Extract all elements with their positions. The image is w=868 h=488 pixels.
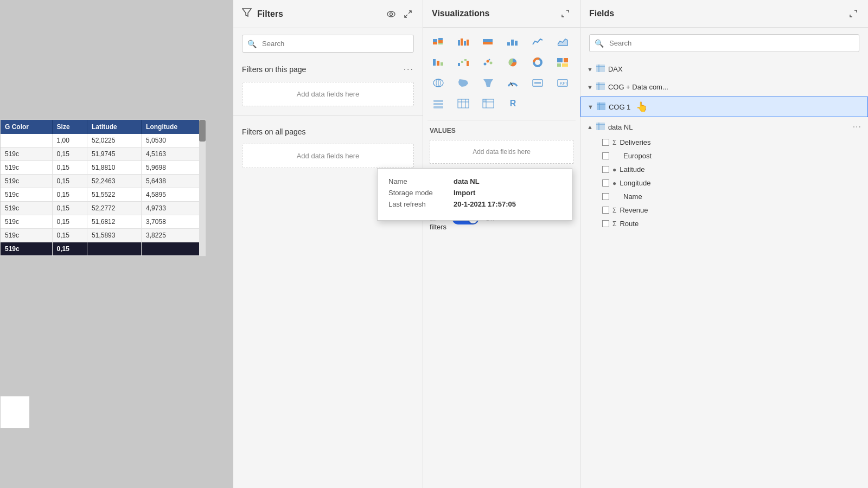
filters-this-page-section: Filters on this page ··· (233, 59, 423, 80)
viz-scatter[interactable] (477, 53, 499, 72)
filters-search-input[interactable] (242, 35, 414, 53)
table-icon (596, 65, 605, 74)
viz-line-chart[interactable] (527, 32, 548, 52)
viz-pie[interactable] (502, 53, 524, 72)
svg-rect-11 (461, 38, 463, 46)
filters-this-page-menu[interactable]: ··· (404, 65, 414, 74)
table-row: 519c 0,15 51,5893 3,8225 (1, 229, 206, 242)
field-group-more-icon[interactable]: ··· (853, 122, 861, 132)
sum-icon: Σ (612, 139, 616, 146)
field-item-name[interactable]: Name (598, 190, 868, 203)
svg-rect-36 (562, 63, 568, 67)
mini-preview (0, 396, 30, 428)
data-table: G Color Size Latitude Longitude 1,00 52,… (0, 119, 206, 256)
viz-filled-map[interactable] (452, 73, 474, 93)
viz-r-script[interactable]: R (502, 94, 524, 113)
fields-panel: Fields 🔍 ▼ DAX ▼ (580, 0, 868, 488)
viz-area-chart[interactable] (552, 32, 573, 52)
fields-expand-button[interactable] (847, 8, 859, 20)
viz-map[interactable] (427, 73, 449, 93)
filters-all-pages-dropzone[interactable]: Add data fields here (242, 144, 414, 168)
visualizations-panel: Visualizations (423, 0, 580, 488)
viz-waterfall[interactable] (452, 53, 474, 72)
filters-this-page-dropzone[interactable]: Add data fields here (242, 82, 414, 106)
svg-marker-40 (483, 79, 493, 87)
field-group-cog1-header[interactable]: ▼ COG 1 👆 (580, 97, 868, 117)
filters-this-page-label: Filters on this page (242, 65, 306, 74)
viz-expand-button[interactable] (559, 8, 571, 20)
field-group-cog-data-label: COG + Data com... (608, 83, 668, 91)
filters-eye-button[interactable] (385, 9, 398, 20)
fields-search-input[interactable] (589, 34, 859, 52)
field-group-dax-header[interactable]: ▼ DAX (580, 61, 868, 78)
table-scrollbar[interactable] (199, 120, 206, 256)
chevron-up-icon: ▲ (587, 124, 593, 130)
checkbox-longitude[interactable] (602, 179, 609, 187)
checkbox-deliveries[interactable] (602, 139, 609, 146)
viz-table[interactable] (452, 94, 474, 113)
field-group-cog-data: ▼ COG + Data com... (580, 79, 868, 95)
field-group-cog1: ▼ COG 1 👆 (580, 97, 868, 117)
viz-slicer[interactable] (427, 94, 449, 113)
col-header-lat: Latitude (87, 120, 142, 134)
field-group-datanl-header[interactable]: ▲ data NL ··· (580, 118, 868, 136)
field-item-latitude[interactable]: ● Latitude (598, 163, 868, 176)
col-header-color: G Color (1, 120, 52, 134)
tooltip-refresh-row: Last refresh 20-1-2021 17:57:05 (388, 200, 561, 208)
checkbox-name[interactable] (602, 193, 609, 200)
field-item-revenue[interactable]: Σ Revenue (598, 203, 868, 217)
fields-tree: ▼ DAX ▼ COG + Data com... ▼ (580, 59, 868, 488)
checkbox-europost[interactable] (602, 152, 609, 159)
viz-clustered-bar[interactable] (452, 32, 474, 52)
checkbox-route[interactable] (602, 220, 609, 227)
filters-all-pages-label: Filters on all pages (242, 127, 306, 136)
field-item-europost[interactable]: Europost (598, 149, 868, 163)
viz-ribbon[interactable] (427, 53, 449, 72)
checkbox-revenue[interactable] (602, 207, 609, 214)
field-deliveries-label: Deliveries (620, 138, 864, 146)
tooltip-name-val: data NL (454, 177, 480, 185)
values-dropzone[interactable]: Add data fields here (430, 140, 573, 164)
viz-card[interactable] (527, 73, 548, 93)
svg-rect-18 (515, 41, 518, 46)
scrollbar-thumb[interactable] (199, 120, 206, 142)
field-group-cog-data-header[interactable]: ▼ COG + Data com... (580, 79, 868, 95)
viz-donut[interactable] (527, 53, 548, 72)
svg-point-29 (488, 59, 490, 61)
viz-funnel[interactable] (477, 73, 499, 93)
values-label: Values (423, 123, 580, 137)
field-name-label: Name (623, 192, 864, 201)
table-row: 519c 0,15 51,6812 3,7058 (1, 215, 206, 229)
field-route-label: Route (620, 220, 864, 228)
table-row: 519c 0,15 52,2772 4,9733 (1, 202, 206, 215)
field-item-deliveries[interactable]: Σ Deliveries (598, 136, 868, 149)
fields-search-icon: 🔍 (595, 39, 604, 48)
svg-rect-12 (464, 41, 466, 46)
filters-expand-button[interactable] (402, 8, 414, 20)
field-group-cog1-label: COG 1 (609, 103, 630, 111)
svg-rect-33 (557, 58, 563, 62)
viz-gauge[interactable] (502, 73, 524, 93)
viz-matrix[interactable] (477, 94, 499, 113)
filters-search-box: 🔍 (242, 35, 414, 53)
table-tooltip: Name data NL Storage mode Import Last re… (377, 168, 572, 221)
viz-100-bar[interactable] (477, 32, 499, 52)
svg-rect-63 (597, 102, 605, 110)
viz-bar-chart[interactable] (502, 32, 524, 52)
svg-point-27 (486, 60, 489, 63)
checkbox-latitude[interactable] (602, 166, 609, 173)
tooltip-storage-val: Import (454, 189, 475, 197)
viz-kpi[interactable]: KPI (552, 73, 573, 93)
tooltip-name-row: Name data NL (388, 177, 561, 185)
viz-treemap[interactable] (552, 53, 573, 72)
tooltip-storage-key: Storage mode (388, 189, 454, 197)
svg-rect-8 (438, 40, 443, 43)
svg-point-26 (483, 63, 486, 66)
svg-rect-10 (458, 40, 460, 46)
field-item-longitude[interactable]: ● Longitude (598, 176, 868, 190)
svg-rect-54 (483, 99, 486, 102)
field-longitude-label: Longitude (620, 179, 864, 187)
table-row: 519c 0,15 51,9745 4,5163 (1, 147, 206, 161)
viz-stacked-bar[interactable] (427, 32, 449, 52)
field-item-route[interactable]: Σ Route (598, 217, 868, 230)
